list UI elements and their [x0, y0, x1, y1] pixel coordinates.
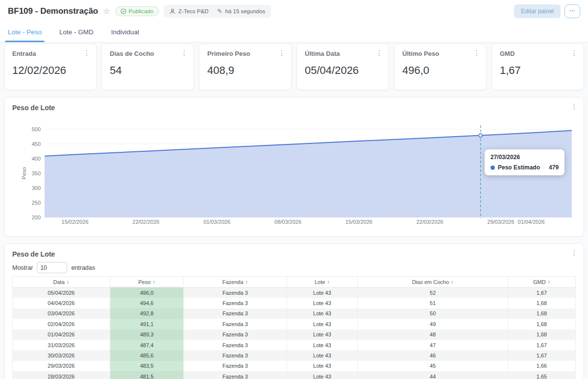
table-cell: 50 [358, 308, 508, 319]
table-cell: Lote 43 [287, 287, 358, 298]
tab-lote-gmd[interactable]: Lote - GMD [59, 22, 94, 42]
column-header-label: Peso [138, 279, 150, 285]
table-cell: 1,68 [508, 319, 576, 329]
table-row: 02/04/2026491,1Fazenda 3Lote 43491,68 [13, 319, 576, 329]
column-header-fazenda[interactable]: Fazenda▲▼ [184, 277, 287, 287]
kpi-value: 54 [110, 64, 186, 77]
y-tick-label: 200 [32, 214, 41, 220]
table-row: 01/04/2026489,3Fazenda 3Lote 43481,68 [13, 330, 576, 340]
table-cell: 31/03/2026 [13, 340, 110, 350]
table-cell: 1,67 [508, 340, 576, 350]
kpi-card-ltima-data: Última Data⋮05/04/2026 [296, 44, 389, 90]
table-cell: Fazenda 3 [184, 298, 287, 308]
table-row: 03/04/2026492,8Fazenda 3Lote 43501,68 [13, 308, 576, 319]
tab-individual[interactable]: Individual [111, 22, 139, 42]
hover-point-marker [479, 134, 482, 137]
table-cell: 1,66 [508, 361, 576, 371]
y-tick-label: 450 [32, 141, 41, 147]
table-cell: 1,68 [508, 298, 576, 308]
dashboard-body: Entrada⋮12/02/2026Dias de Cocho⋮54Primei… [0, 43, 588, 379]
tab-label: Lote - GMD [59, 28, 94, 36]
column-header-dias-em-cocho[interactable]: Dias em Cocho▲▼ [358, 277, 508, 287]
kpi-kebab-menu-icon[interactable]: ⋮ [571, 49, 578, 56]
table-cell: 1,67 [508, 350, 576, 360]
kpi-label: Primeiro Peso [207, 50, 283, 57]
table-row: 30/03/2026485,6Fazenda 3Lote 43461,67 [13, 350, 576, 360]
kpi-label: GMD [500, 50, 576, 57]
tab-label: Individual [111, 28, 139, 36]
table-cell: 489,3 [110, 330, 184, 340]
tooltip-date: 27/03/2026 [490, 154, 559, 161]
table-cell: Lote 43 [287, 298, 358, 308]
lot-weight-chart-card: Peso de Lote ⋮ 50045040035030025020015/0… [4, 97, 584, 237]
kpi-card-gmd: GMD⋮1,67 [491, 44, 584, 90]
last-edited[interactable]: ✎ há 15 segundos [217, 8, 265, 15]
kpi-kebab-menu-icon[interactable]: ⋮ [181, 49, 188, 56]
table-cell: Fazenda 3 [184, 287, 287, 298]
y-tick-label: 500 [32, 126, 41, 132]
table-cell: Lote 43 [287, 340, 358, 350]
column-header-gmd[interactable]: GMD▲▼ [508, 277, 576, 287]
x-tick-label: 01/03/2026 [203, 219, 230, 225]
chart-title: Peso de Lote [12, 104, 55, 112]
column-header-label: Lote [315, 279, 325, 285]
x-tick-label: 15/03/2026 [345, 219, 372, 225]
kpi-kebab-menu-icon[interactable]: ⋮ [473, 49, 480, 56]
lot-weight-table: Data▲▼Peso▲▼Fazenda▲▼Lote▲▼Dias em Cocho… [12, 276, 576, 379]
column-header-data[interactable]: Data▲▼ [13, 277, 110, 287]
table-cell: 491,1 [110, 319, 184, 329]
chart-kebab-menu-icon[interactable]: ⋮ [571, 103, 578, 110]
kpi-kebab-menu-icon[interactable]: ⋮ [278, 49, 285, 56]
y-tick-label: 350 [32, 170, 41, 176]
table-cell: 28/03/2026 [13, 371, 110, 379]
kpi-label: Último Peso [402, 50, 478, 57]
table-cell: 487,4 [110, 340, 184, 350]
kpi-value: 1,67 [500, 64, 576, 77]
person-icon [170, 8, 175, 14]
column-header-label: GMD [533, 279, 546, 285]
table-cell: Fazenda 3 [184, 319, 287, 329]
table-row: 04/04/2026494,6Fazenda 3Lote 43511,68 [13, 298, 576, 308]
kpi-kebab-menu-icon[interactable]: ⋮ [376, 49, 383, 56]
column-header-peso[interactable]: Peso▲▼ [110, 277, 184, 287]
x-tick-label: 29/03/2026 [488, 219, 514, 225]
table-cell: Lote 43 [287, 371, 358, 379]
table-cell: Lote 43 [287, 330, 358, 340]
tooltip-series-value: 479 [549, 164, 559, 171]
last-edited-label: há 15 segundos [225, 8, 266, 14]
table-cell: 481,5 [110, 371, 184, 379]
column-header-lote[interactable]: Lote▲▼ [287, 277, 358, 287]
dashboard-title: BF109 - Demonstração [8, 6, 98, 16]
table-row: 05/04/2026496,0Fazenda 3Lote 43521,67 [13, 287, 576, 298]
tab-lote-peso[interactable]: Lote - Peso [8, 22, 42, 42]
table-cell: 485,6 [110, 350, 184, 360]
table-cell: 47 [358, 340, 508, 350]
table-cell: 04/04/2026 [13, 298, 110, 308]
kpi-card-entrada: Entrada⋮12/02/2026 [4, 44, 97, 90]
chart-tooltip: 27/03/2026 Peso Estimado 479 [485, 149, 564, 175]
kpi-value: 408,9 [207, 64, 283, 77]
kpi-card-ltimo-peso: Último Peso⋮496,0 [394, 44, 487, 90]
favorite-star-icon[interactable]: ☆ [103, 7, 110, 15]
kpi-kebab-menu-icon[interactable]: ⋮ [83, 49, 90, 56]
column-header-label: Dias em Cocho [412, 279, 449, 285]
table-cell: 492,8 [110, 308, 184, 319]
entries-count-input[interactable] [37, 262, 67, 273]
entries-control: Mostrar entradas [12, 262, 576, 273]
kpi-value: 12/02/2026 [12, 64, 88, 77]
table-cell: 52 [358, 287, 508, 298]
kpi-card-primeiro-peso: Primeiro Peso⋮408,9 [199, 44, 292, 90]
more-options-button[interactable]: ··· [564, 4, 580, 18]
table-cell: 46 [358, 350, 508, 360]
kpi-label: Entrada [12, 50, 88, 57]
edit-dashboard-button[interactable]: Editar painel [514, 4, 561, 18]
table-kebab-menu-icon[interactable]: ⋮ [571, 249, 578, 256]
tab-bar: Lote - PesoLote - GMDIndividual [0, 22, 588, 43]
table-cell: 45 [358, 361, 508, 371]
table-cell: 30/03/2026 [13, 350, 110, 360]
table-cell: 1,68 [508, 330, 576, 340]
table-cell: Fazenda 3 [184, 330, 287, 340]
x-tick-label: 01/04/2026 [518, 219, 545, 225]
sort-icon: ▲▼ [152, 281, 155, 284]
table-cell: 02/04/2026 [13, 319, 110, 329]
